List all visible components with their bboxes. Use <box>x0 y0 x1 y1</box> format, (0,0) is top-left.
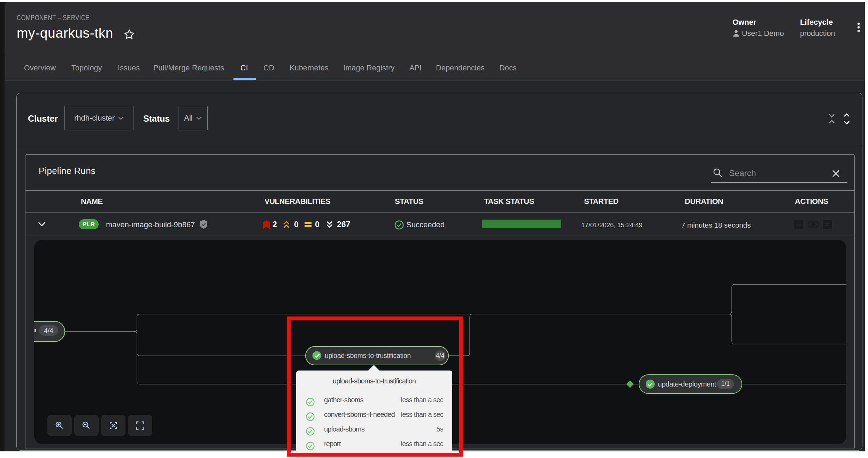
svg-text:update-deployment: update-deployment <box>658 380 716 388</box>
svg-text:4/4: 4/4 <box>44 327 53 334</box>
svg-text:1/1: 1/1 <box>721 380 730 387</box>
